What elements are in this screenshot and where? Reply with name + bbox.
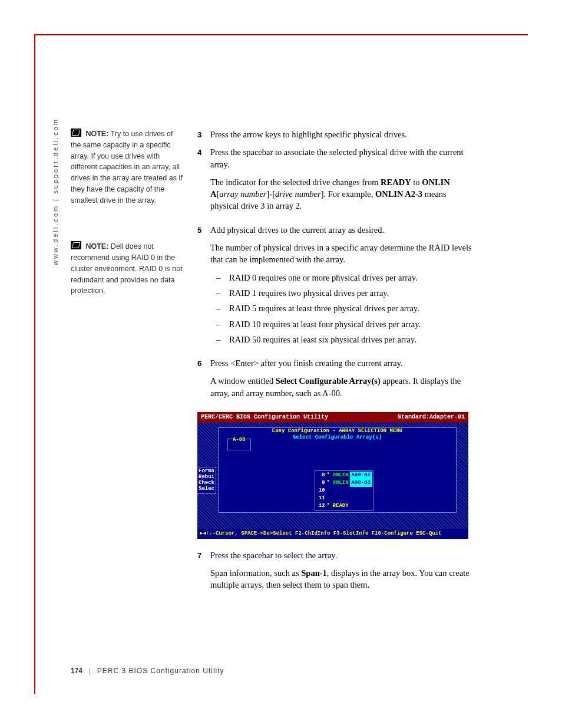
drive-row: 9*ONLINA00-03 bbox=[316, 479, 372, 487]
step-number: 6 bbox=[197, 357, 210, 405]
notes-column: NOTE: Try to use drives of the same capa… bbox=[71, 129, 183, 332]
note-label: NOTE: bbox=[85, 130, 108, 138]
step-number: 5 bbox=[197, 224, 210, 351]
page-number: 174 bbox=[71, 667, 82, 675]
note-icon bbox=[71, 129, 81, 137]
step-text: Press <Enter> after you finish creating … bbox=[210, 357, 474, 369]
step-4: 4 Press the spacebar to associate the se… bbox=[197, 146, 474, 218]
bios-footer: ▶◀↑↓-Cursor, SPACE-<De>Select F2-ChIdInf… bbox=[197, 529, 468, 539]
step-text: Add physical drives to the current array… bbox=[210, 224, 474, 236]
raid-list: RAID 0 requires one or more physical dri… bbox=[210, 272, 474, 345]
step-7: 7 Press the spacebar to select the array… bbox=[197, 549, 474, 597]
sidebar-url: www.dell.com | support.dell.com bbox=[52, 118, 59, 265]
drive-row: 11 bbox=[316, 495, 372, 502]
bios-side-menu: Forma Rebui Check Selec bbox=[197, 467, 216, 494]
bios-titlebar: PERC/CERC BIOS Configuration Utility Sta… bbox=[197, 412, 468, 423]
footer-separator: | bbox=[88, 667, 91, 675]
step-number: 3 bbox=[197, 129, 210, 140]
step-text: The indicator for the selected drive cha… bbox=[210, 176, 474, 212]
step-text: The number of physical drives in a speci… bbox=[210, 242, 474, 266]
bios-window: Easy Configuration - ARRAY SELECTION MEN… bbox=[218, 427, 457, 513]
step-text: Span information, such as Span-1, displa… bbox=[210, 567, 474, 591]
drive-row: 8*ONLINA00-02 bbox=[316, 472, 372, 479]
footer-title: PERC 3 BIOS Configuration Utility bbox=[97, 667, 224, 675]
note-label: NOTE: bbox=[85, 242, 108, 251]
step-text: Press the spacebar to select the array. bbox=[210, 549, 474, 561]
bios-title-right: Standard:Adapter-01 bbox=[398, 413, 465, 421]
main-content: 3 Press the arrow keys to highlight spec… bbox=[197, 129, 474, 603]
note-2: NOTE: Dell does not recommend using RAID… bbox=[71, 241, 183, 297]
array-label: A-00 bbox=[233, 437, 246, 443]
list-item: RAID 10 requires at least four physical … bbox=[210, 318, 474, 330]
bios-body: Easy Configuration - ARRAY SELECTION MEN… bbox=[197, 423, 468, 529]
step-body: Press the spacebar to associate the sele… bbox=[210, 146, 474, 218]
step-body: Add physical drives to the current array… bbox=[210, 224, 474, 351]
step-5: 5 Add physical drives to the current arr… bbox=[197, 224, 474, 351]
page-footer: 174 | PERC 3 BIOS Configuration Utility bbox=[71, 667, 224, 675]
drive-box: 8*ONLINA00-02 9*ONLINA00-03 10 11 12*REA… bbox=[315, 470, 373, 511]
list-item: RAID 5 requires at least three physical … bbox=[210, 302, 474, 314]
note-1: NOTE: Try to use drives of the same capa… bbox=[71, 129, 183, 206]
list-item: RAID 0 requires one or more physical dri… bbox=[210, 272, 474, 284]
list-item: RAID 50 requires at least six physical d… bbox=[210, 334, 474, 345]
step-body: Press <Enter> after you finish creating … bbox=[210, 357, 474, 405]
note-text: Try to use drives of the same capacity i… bbox=[71, 130, 183, 205]
note-icon bbox=[71, 241, 81, 249]
bios-screenshot: PERC/CERC BIOS Configuration Utility Sta… bbox=[197, 412, 468, 539]
step-body: Press the arrow keys to highlight specif… bbox=[210, 129, 474, 140]
array-box: A-00 bbox=[227, 439, 251, 450]
step-number: 4 bbox=[197, 146, 210, 218]
step-6: 6 Press <Enter> after you finish creatin… bbox=[197, 357, 474, 405]
drive-row: 12*READY bbox=[316, 502, 372, 510]
bios-title-left: PERC/CERC BIOS Configuration Utility bbox=[201, 413, 328, 421]
menu-item: Selec bbox=[199, 486, 214, 492]
list-item: RAID 1 requires two physical drives per … bbox=[210, 287, 474, 299]
drive-row: 10 bbox=[316, 487, 372, 495]
bios-window-subtitle: Select Configurable Array(s) bbox=[219, 434, 456, 442]
step-number: 7 bbox=[197, 549, 210, 597]
step-3: 3 Press the arrow keys to highlight spec… bbox=[197, 129, 474, 140]
step-text: A window entitled Select Configurable Ar… bbox=[210, 375, 474, 399]
step-text: Press the spacebar to associate the sele… bbox=[210, 146, 474, 170]
step-body: Press the spacebar to select the array. … bbox=[210, 549, 474, 597]
